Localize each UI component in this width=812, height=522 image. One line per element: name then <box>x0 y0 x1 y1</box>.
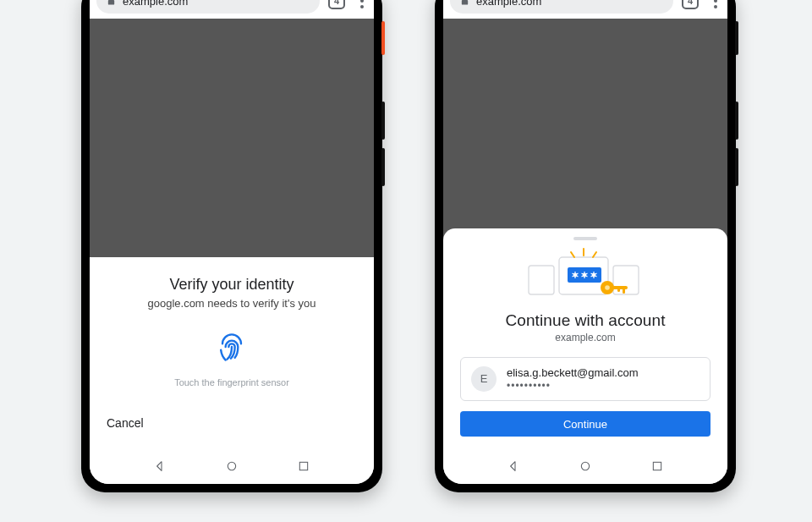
page-viewport: Continue with account example.com E elis… <box>443 19 727 448</box>
screen: example.com 4 <box>443 0 727 484</box>
nav-back-icon[interactable] <box>153 459 167 473</box>
phone-device-right: example.com 4 <box>435 0 736 492</box>
browser-omnibar: example.com 4 <box>90 0 374 19</box>
account-card[interactable]: E elisa.g.beckett@gmail.com •••••••••• <box>460 357 710 401</box>
overflow-menu-icon[interactable] <box>354 0 370 8</box>
drag-handle[interactable] <box>573 237 597 240</box>
svg-point-0 <box>228 462 235 470</box>
overflow-menu-icon[interactable] <box>707 0 724 8</box>
hardware-power-button <box>381 21 385 55</box>
svg-line-7 <box>593 252 596 257</box>
sheet-title: Verify your identity <box>107 276 357 294</box>
url-bar[interactable]: example.com <box>450 0 673 14</box>
fingerprint-sheet: Verify your identity google.com needs to… <box>90 257 374 448</box>
sheet-title: Continue with account <box>460 311 710 330</box>
account-email: elisa.g.beckett@gmail.com <box>507 366 639 380</box>
svg-line-6 <box>571 252 574 257</box>
continue-sheet: Continue with account example.com E elis… <box>443 228 727 448</box>
svg-point-23 <box>605 285 610 290</box>
url-text: example.com <box>123 0 188 8</box>
sheet-hint: Touch the fingerprint sensor <box>107 377 357 387</box>
hardware-volume-down <box>381 148 385 186</box>
url-text: example.com <box>476 0 541 8</box>
password-hero-illustration <box>460 247 710 303</box>
continue-button[interactable]: Continue <box>460 411 710 437</box>
hardware-power-button <box>735 21 738 55</box>
svg-point-27 <box>581 462 589 470</box>
nav-home-icon[interactable] <box>225 459 239 473</box>
lock-icon <box>460 0 469 6</box>
nav-recents-icon[interactable] <box>297 459 310 473</box>
hardware-volume-up <box>381 102 385 140</box>
hardware-volume-down <box>735 148 738 186</box>
svg-rect-28 <box>654 462 661 470</box>
svg-rect-26 <box>617 286 620 292</box>
avatar: E <box>471 366 497 392</box>
tab-switcher[interactable]: 4 <box>682 0 699 9</box>
svg-rect-1 <box>300 462 308 470</box>
tab-switcher[interactable]: 4 <box>328 0 345 9</box>
screen: example.com 4 Verify your identity googl… <box>90 0 374 484</box>
page-viewport: Verify your identity google.com needs to… <box>90 19 374 448</box>
cancel-button[interactable]: Cancel <box>107 409 357 437</box>
sheet-subtitle: google.com needs to verify it's you <box>107 297 357 310</box>
android-navbar <box>443 448 727 484</box>
fingerprint-icon <box>107 328 357 369</box>
nav-home-icon[interactable] <box>579 459 592 473</box>
browser-omnibar: example.com 4 <box>443 0 727 19</box>
account-password: •••••••••• <box>507 380 639 392</box>
nav-recents-icon[interactable] <box>650 459 664 473</box>
android-navbar <box>90 448 374 484</box>
sheet-subtitle: example.com <box>460 332 710 343</box>
nav-back-icon[interactable] <box>507 459 520 473</box>
svg-rect-2 <box>529 266 554 294</box>
svg-rect-25 <box>623 286 625 294</box>
svg-rect-3 <box>613 266 639 294</box>
hardware-volume-up <box>735 102 738 140</box>
url-bar[interactable]: example.com <box>96 0 320 14</box>
phone-device-left: example.com 4 Verify your identity googl… <box>81 0 382 492</box>
lock-icon <box>107 0 116 6</box>
